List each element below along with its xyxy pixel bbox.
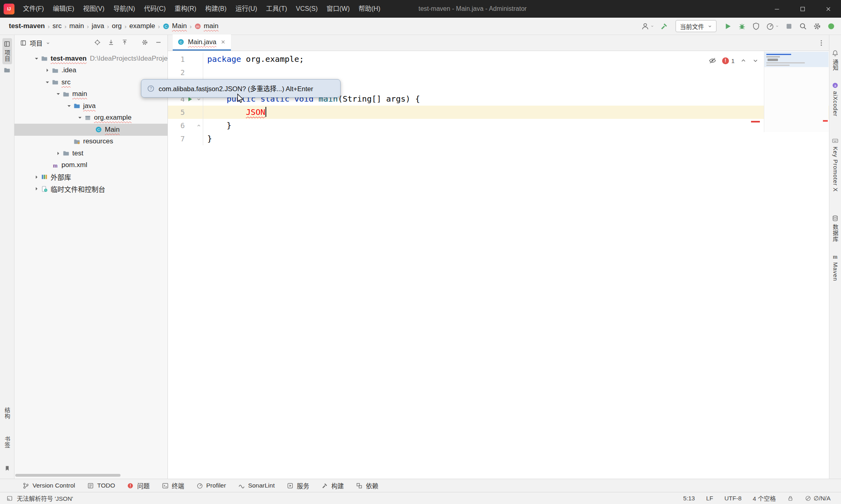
debug-button[interactable] — [738, 22, 746, 31]
run-button[interactable] — [724, 22, 732, 31]
tool-window-button-build[interactable]: 构建 — [321, 481, 344, 490]
breadcrumb-item[interactable]: java — [91, 22, 105, 30]
tool-window-button[interactable]: 通知 — [831, 47, 840, 73]
more-v-icon[interactable] — [818, 39, 825, 47]
code-line[interactable]: 5 JSON — [168, 106, 829, 119]
project-panel-title[interactable]: 项目 — [30, 38, 43, 48]
breadcrumb-item[interactable]: example — [129, 22, 156, 30]
tool-window-button[interactable] — [3, 64, 11, 76]
tool-window-button[interactable]: Key Promoter X — [831, 135, 839, 194]
fold-up-icon[interactable] — [196, 123, 202, 129]
breadcrumb-item[interactable]: CMain — [162, 22, 188, 30]
code-line[interactable]: 2 — [168, 66, 829, 79]
tree-chevron[interactable] — [54, 151, 63, 156]
menu-item[interactable]: 导航(N) — [109, 0, 139, 18]
tool-window-button[interactable]: 结构 — [2, 405, 12, 422]
chev-up-sm-icon[interactable] — [740, 57, 747, 64]
scroll-down-button[interactable] — [108, 39, 114, 47]
coverage-button[interactable] — [752, 22, 760, 31]
inspection-highlight[interactable]: ∅/N/A — [805, 495, 831, 502]
indent[interactable]: 4 个空格 — [753, 494, 776, 502]
tool-window-button[interactable]: aaiXcoder — [831, 80, 839, 119]
menu-item[interactable]: VCS(S) — [292, 0, 322, 18]
tree-chevron[interactable] — [32, 56, 41, 61]
tree-item[interactable]: mpom.xml — [14, 159, 167, 171]
readonly-lock[interactable] — [787, 495, 794, 502]
tool-window-button-dependencies[interactable]: 依赖 — [356, 481, 378, 490]
tree-item[interactable]: org.example — [14, 112, 167, 124]
tree-item[interactable]: .idea — [14, 65, 167, 77]
tool-window-button-terminal[interactable]: 终端 — [162, 481, 184, 490]
breadcrumb-item[interactable]: src — [52, 22, 63, 30]
panel-status-icon[interactable] — [6, 495, 13, 502]
breadcrumb-item[interactable]: main — [68, 22, 85, 30]
tree-item[interactable]: resources — [14, 136, 167, 148]
tool-window-button-branch[interactable]: Version Control — [22, 482, 75, 489]
tree-chevron[interactable] — [32, 186, 41, 192]
gear-button[interactable] — [141, 39, 148, 47]
tree-item[interactable]: java — [14, 100, 167, 112]
tree-item[interactable]: test-mavenD:\IdeaProjects\IdeaProje — [14, 53, 167, 65]
collapse-all-button[interactable] — [121, 39, 128, 47]
editor-tab[interactable]: C Main.java — [173, 35, 231, 51]
menu-item[interactable]: 构建(B) — [201, 0, 231, 18]
code-line[interactable]: 6 } — [168, 119, 829, 132]
close-button[interactable] — [815, 0, 841, 18]
tool-window-button[interactable] — [3, 463, 11, 474]
tool-window-button[interactable]: 项目 — [2, 38, 12, 64]
profiler-button[interactable] — [766, 22, 779, 31]
tree-chevron[interactable] — [32, 174, 41, 180]
code-line[interactable]: 7} — [168, 132, 829, 145]
encoding[interactable]: UTF-8 — [725, 495, 742, 502]
tree-item[interactable]: 外部库 — [14, 171, 167, 183]
tab-options[interactable] — [818, 39, 825, 48]
line-separator[interactable]: LF — [706, 495, 713, 502]
search-button[interactable] — [799, 22, 807, 31]
breadcrumb-item[interactable]: mmain — [194, 22, 219, 30]
tree-chevron[interactable] — [65, 103, 73, 109]
tool-window-button-services[interactable]: 服务 — [287, 481, 309, 490]
run-config-selector[interactable]: 当前文件 — [676, 20, 716, 32]
settings-button[interactable] — [813, 22, 821, 31]
tree-item[interactable]: 临时文件和控制台 — [14, 183, 167, 195]
error-stripe-mark[interactable] — [751, 121, 760, 122]
eye-off-icon[interactable] — [708, 57, 716, 65]
tool-window-button[interactable]: 数据库 — [831, 212, 840, 245]
menu-item[interactable]: 视图(V) — [79, 0, 109, 18]
hammer-button[interactable] — [660, 22, 668, 31]
breadcrumb-item[interactable]: test-maven — [8, 22, 46, 30]
menu-item[interactable]: 文件(F) — [18, 0, 48, 18]
tree-chevron[interactable] — [43, 80, 52, 85]
tree-item[interactable]: test — [14, 147, 167, 159]
tree-item[interactable]: CMain — [14, 124, 167, 136]
tool-window-button-profiler[interactable]: Profiler — [196, 482, 226, 489]
menu-item[interactable]: 代码(C) — [139, 0, 170, 18]
stop-button[interactable] — [785, 22, 793, 31]
chev-down-sm-icon[interactable] — [752, 57, 759, 64]
user-button[interactable] — [641, 22, 654, 31]
maximize-button[interactable] — [790, 0, 815, 18]
editor-body[interactable]: 1package org.example;234 public static v… — [168, 51, 829, 479]
error-counter[interactable]: ! 1 — [722, 57, 735, 64]
menu-item[interactable]: 编辑(E) — [48, 0, 78, 18]
horizontal-scrollbar[interactable] — [15, 474, 120, 477]
menu-item[interactable]: 工具(T) — [261, 0, 291, 18]
inspection-widget[interactable]: ! 1 — [708, 57, 759, 65]
tool-window-button[interactable]: mMaven — [831, 251, 839, 284]
breadcrumb-item[interactable]: org — [111, 22, 122, 30]
tree-chevron[interactable] — [76, 115, 84, 120]
hide-button[interactable] — [155, 39, 162, 47]
caret-position[interactable]: 5:13 — [683, 495, 695, 502]
tree-chevron[interactable] — [54, 91, 63, 97]
tool-window-button[interactable]: 书签 — [2, 434, 12, 451]
menu-item[interactable]: 帮助(H) — [354, 0, 385, 18]
menu-item[interactable]: 窗口(W) — [322, 0, 354, 18]
plugin-green-button[interactable] — [827, 22, 835, 31]
tool-window-button-sonarlint[interactable]: SonarLint — [238, 482, 275, 489]
tool-window-button-error-circle[interactable]: 问题 — [127, 481, 149, 490]
tool-window-button-todo[interactable]: TODO — [87, 482, 115, 489]
chevron-down-icon[interactable] — [46, 41, 50, 45]
tree-chevron[interactable] — [43, 67, 52, 73]
menu-item[interactable]: 重构(R) — [170, 0, 201, 18]
locate-button[interactable] — [94, 39, 101, 47]
